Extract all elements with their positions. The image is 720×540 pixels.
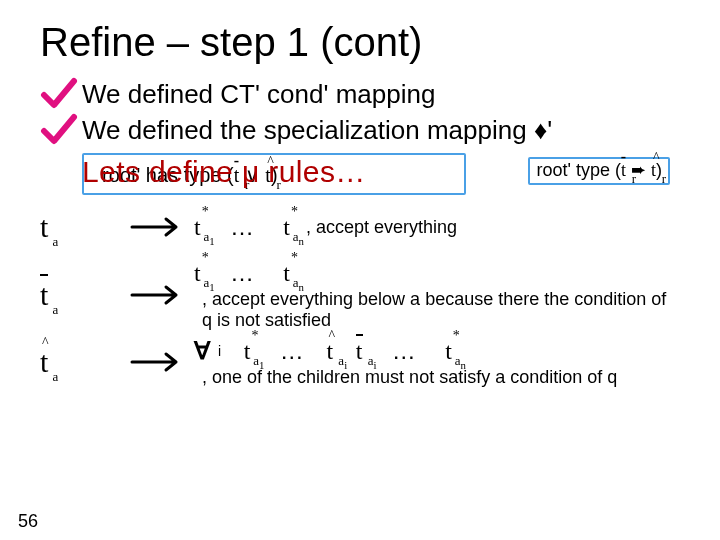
- rule-row-3: ^ta ∀i t*a1 … ^tai tai … t*an , one of t…: [40, 336, 680, 388]
- checkmark-icon: [40, 113, 82, 147]
- bullet-text: We defined the specialization mapping ♦': [82, 116, 552, 145]
- right-badge-text: root' type (-tr ➨ ^tr): [536, 160, 662, 180]
- bullet-row-2: We defined the specialization mapping ♦': [40, 113, 680, 147]
- rule-row-1: ta t*a1 … t*an , accept everything: [40, 201, 680, 253]
- bullet-text: We defined CT' cond' mapping: [82, 80, 435, 109]
- rule-rhs: t*a1 … t*an , accept everything: [194, 213, 680, 241]
- arrow-icon: [130, 349, 194, 375]
- slide: Refine – step 1 (cont) We defined CT' co…: [0, 0, 720, 540]
- rule-lhs: ta: [40, 278, 130, 312]
- forall-icon: ∀: [194, 337, 210, 365]
- rule-rhs: ∀i t*a1 … ^tai tai … t*an , one of the c…: [194, 337, 680, 388]
- rule-rhs: t*a1 … t*an , accept everything below a …: [194, 259, 680, 330]
- rule-explanation: , accept everything: [306, 217, 457, 238]
- arrow-icon: [130, 282, 194, 308]
- rule-row-2: ta t*a1 … t*an , accept everything below…: [40, 259, 680, 330]
- rule-lhs: ta: [40, 210, 130, 244]
- page-number: 56: [18, 511, 38, 532]
- over-text-red: Lets define μ rules…: [82, 155, 366, 189]
- overlap-row: root' has type (-tr ∨ ^tr) Lets define μ…: [40, 155, 680, 195]
- checkmark-icon: [40, 77, 82, 111]
- rule-explanation: , accept everything below a because ther…: [202, 289, 680, 330]
- bullet-list: We defined CT' cond' mapping We defined …: [40, 77, 680, 147]
- bullet-row-1: We defined CT' cond' mapping: [40, 77, 680, 111]
- arrow-icon: [130, 214, 194, 240]
- right-badge: root' type (-tr ➨ ^tr): [528, 157, 670, 185]
- rule-lhs: ^ta: [40, 345, 130, 379]
- rules: ta t*a1 … t*an , accept everything ta: [40, 201, 680, 388]
- slide-title: Refine – step 1 (cont): [40, 20, 680, 65]
